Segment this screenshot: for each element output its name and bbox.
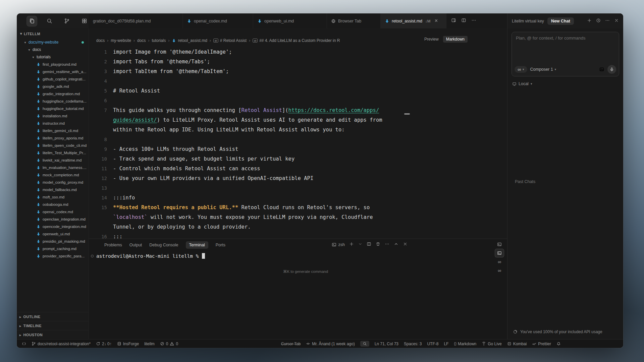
split-editor-button[interactable] (461, 18, 466, 24)
folder-docs[interactable]: ▾docs (17, 46, 89, 53)
status-cursor-tab[interactable]: Cursor Tab (281, 342, 301, 346)
status-notifications[interactable] (556, 342, 561, 346)
file-gemini-realtime-with-a-[interactable]: gemini_realtime_with_a... (17, 68, 89, 75)
editor-tab-openai-codex-md[interactable]: openai_codex.md (183, 13, 253, 28)
status-git-blame[interactable]: Mr. Ånand (1 week ago) (306, 342, 355, 346)
layout-button[interactable] (451, 18, 456, 24)
folder-docs-my-website[interactable]: ▾docs/my-website (17, 39, 89, 46)
shell-selector[interactable]: zsh (332, 242, 345, 247)
file-provider-specific-para-[interactable]: provider_specific_para... (17, 252, 89, 260)
terminal-trash-button[interactable] (376, 242, 380, 247)
breadcrumb-item[interactable]: tutorials (152, 38, 166, 43)
status-remote-indicator[interactable] (22, 342, 26, 346)
file-first-playground-md[interactable]: first_playground.md (17, 61, 89, 68)
code-area[interactable]: 1import Image from '@theme/IdealImage';2… (89, 47, 507, 239)
agent-terminal-item[interactable]: ∞ (495, 266, 504, 275)
status-git-sync[interactable]: 2↓ 0↑ (96, 342, 112, 346)
file-mock-completion-md[interactable]: mock_completion.md (17, 171, 89, 179)
status-cursor-position[interactable]: Ln 71, Col 73 (375, 342, 398, 346)
file-opencode-integration-md[interactable]: opencode_integration.md (17, 223, 89, 230)
sidebar-section-houston[interactable]: ▸HOUSTON (17, 330, 89, 339)
sidebar-section-timeline[interactable]: ▸TIMELINE (17, 321, 89, 330)
file-google-adk-md[interactable]: google_adk.md (17, 83, 89, 90)
panel-tab-ports[interactable]: Ports (216, 243, 225, 247)
more-button[interactable] (605, 18, 610, 24)
status-zoom-indicator[interactable] (360, 341, 369, 347)
status-encoding[interactable]: UTF-8 (427, 342, 438, 346)
terminal-split-button[interactable] (367, 242, 371, 247)
close-button[interactable] (614, 18, 619, 24)
plus-button[interactable] (587, 18, 592, 24)
breadcrumb-item[interactable]: ab# Retool Assist (213, 38, 247, 43)
terminal-close-button[interactable] (403, 242, 408, 247)
file-litellm-test-multiple-pr-[interactable]: litellm_Test_Multiple_Pr... (17, 149, 89, 157)
status-litellm[interactable]: litellm (144, 342, 155, 346)
panel-tab-problems[interactable]: Problems (104, 243, 122, 247)
file-presidio-pii-masking-md[interactable]: presidio_pii_masking.md (17, 238, 89, 245)
file-litellm-gemini-cli-md[interactable]: litellm_gemini_cli.md (17, 127, 89, 134)
file-gradio-integration-md[interactable]: gradio_integration.md (17, 90, 89, 98)
breadcrumb-item[interactable]: ab## 4. Add LiteLLM as a Custom Provider… (253, 38, 340, 43)
agent-mode-picker[interactable]: ∞ ▾ (515, 66, 527, 73)
folder-tutorials[interactable]: ▾tutorials (17, 53, 89, 61)
activity-files-button[interactable] (27, 16, 37, 26)
chat-input-box[interactable]: Plan, @ for context, / for commands ∞ ▾ … (512, 32, 619, 76)
panel-tab-output[interactable]: Output (129, 243, 142, 247)
file-model-fallbacks-md[interactable]: model_fallbacks.md (17, 186, 89, 193)
file-instructor-md[interactable]: instructor.md (17, 120, 89, 127)
agent-terminal-item[interactable]: ∞ (495, 258, 504, 266)
attach-image-icon[interactable] (599, 67, 604, 72)
terminal-chevron-up-button[interactable] (394, 242, 398, 247)
terminal-list-item[interactable] (495, 240, 504, 248)
file-github-copilot-integrati-[interactable]: github_copilot_integrati... (17, 75, 89, 83)
activity-search-button[interactable] (44, 16, 54, 26)
activity-extensions-button[interactable] (79, 16, 89, 26)
terminal-chevron-down-button[interactable] (358, 242, 362, 247)
file-openweb-ui-md[interactable]: openweb_ui.md (17, 230, 89, 238)
chat-tab-litellm-virtual-key[interactable]: Litellm virtual key (512, 19, 544, 23)
panel-tab-debug-console[interactable]: Debug Console (149, 243, 178, 247)
editor-tab-retool-assist-md[interactable]: retool_assist.md↓M (381, 13, 446, 28)
file-litellm-proxy-aporia-md[interactable]: litellm_proxy_aporia.md (17, 134, 89, 142)
status-language-mode[interactable]: { }Markdown (454, 342, 476, 346)
status-indentation[interactable]: Spaces: 3 (404, 342, 422, 346)
breadcrumb[interactable]: docs›my-website›docs›tutorials›retool_as… (96, 37, 340, 44)
status-eol[interactable]: LF (444, 342, 448, 346)
activity-source-control-button[interactable] (62, 16, 72, 26)
terminal-list-item[interactable] (495, 249, 504, 257)
file-lm-evaluation-harness-[interactable]: lm_evaluation_harness.... (17, 164, 89, 171)
scrollbar-mark[interactable] (404, 113, 410, 115)
file-huggingface-tutorial-md[interactable]: huggingface_tutorial.md (17, 105, 89, 112)
file-openai-codex-md[interactable]: openai_codex.md (17, 208, 89, 216)
status-go-live[interactable]: Go Live (482, 342, 501, 346)
breadcrumb-item[interactable]: docs (96, 38, 105, 43)
status-git-branch[interactable]: docs/retool-assist-integration* (32, 342, 91, 346)
close-tab[interactable] (434, 18, 438, 24)
status-kombai[interactable]: Kombai (507, 342, 527, 346)
file-model-config-proxy-md[interactable]: model_config_proxy.md (17, 179, 89, 186)
breadcrumb-item[interactable]: docs (137, 38, 146, 43)
file-msft-sso-md[interactable]: msft_sso.md (17, 193, 89, 201)
microphone-button[interactable] (607, 65, 616, 74)
past-chats-label[interactable]: Past Chats (515, 179, 535, 184)
model-picker[interactable]: Composer 1 ▾ (530, 67, 556, 72)
editor-tab-browser-tab[interactable]: Browser Tab (327, 13, 381, 28)
file-openclaw-integration-md[interactable]: openclaw_integration.md (17, 216, 89, 223)
terminal-plus-button[interactable] (349, 242, 354, 247)
file-prompt-caching-md[interactable]: prompt_caching.md (17, 245, 89, 252)
terminal-more-button[interactable] (385, 242, 389, 247)
markdown-button[interactable]: Markdown (443, 36, 468, 43)
explorer-section-header[interactable]: ▾ LITELLM (17, 28, 89, 37)
file-livekit-xai-realtime-md[interactable]: livekit_xai_realtime.md (17, 157, 89, 164)
status-prettier[interactable]: Prettier (532, 342, 551, 346)
sidebar-section-outline[interactable]: ▸OUTLINE (17, 312, 89, 321)
file-oobabooga-md[interactable]: oobabooga.md (17, 201, 89, 208)
breadcrumb-item[interactable]: my-website (111, 38, 131, 43)
editor-tab-openweb-ui-md[interactable]: openweb_ui.md (253, 13, 327, 28)
breadcrumb-item[interactable]: retool_assist.md (172, 38, 207, 43)
file-huggingface-codellama-[interactable]: huggingface_codellama... (17, 98, 89, 105)
status-problems[interactable]: 00 (160, 342, 178, 346)
local-mode-picker[interactable]: Local ▾ (512, 81, 532, 86)
editor-tab-gration-doc-d075fd58-plan-md[interactable]: gration_doc_d075fd58.plan.md (89, 13, 183, 28)
panel-tab-terminal[interactable]: Terminal (186, 241, 208, 249)
